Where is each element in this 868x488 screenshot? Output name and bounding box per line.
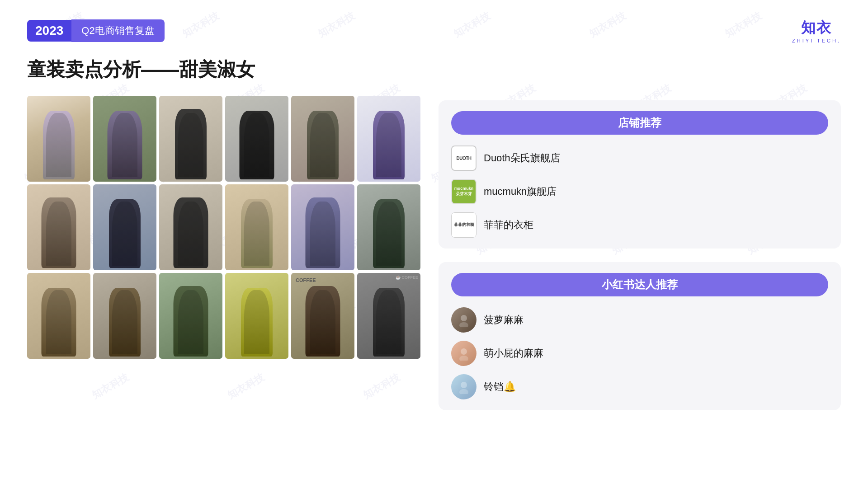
image-grid: COFFEE ☕ COFFEE [27, 96, 420, 410]
grid-cell-12 [357, 184, 420, 270]
store-name-fifi: 菲菲的衣柜 [484, 218, 533, 232]
grid-cell-1 [27, 96, 90, 182]
store-logo-fifi: 菲菲的衣橱 [451, 212, 476, 238]
store-name-mucmukn: mucmukn旗舰店 [484, 185, 557, 198]
grid-cell-18: ☕ COFFEE [357, 273, 420, 359]
grid-cell-10 [225, 184, 288, 270]
grid-cell-13 [27, 273, 90, 359]
grid-cell-4 [225, 96, 288, 182]
svg-point-2 [461, 348, 467, 355]
quarter-badge: Q2电商销售复盘 [71, 19, 164, 42]
influencer-item-1: 菠萝麻麻 [451, 307, 828, 333]
grid-cell-3 [159, 96, 222, 182]
right-panel: 店铺推荐 DUOTH Duoth朵氏旗舰店 mucmukn朵芽木芽 mucmuk… [439, 96, 841, 410]
logo-text: 知衣 [801, 18, 832, 38]
store-list: DUOTH Duoth朵氏旗舰店 mucmukn朵芽木芽 mucmukn旗舰店 … [451, 145, 828, 238]
main-content: COFFEE ☕ COFFEE 店铺推荐 DUOTH Duoth朵氏旗舰店 [27, 96, 841, 410]
grid-cell-15 [159, 273, 222, 359]
store-recommendations-card: 店铺推荐 DUOTH Duoth朵氏旗舰店 mucmukn朵芽木芽 mucmuk… [439, 100, 841, 249]
grid-cell-16 [225, 273, 288, 359]
grid-cell-14 [93, 273, 156, 359]
store-name-duoth: Duoth朵氏旗舰店 [484, 151, 560, 165]
logo-area: 知衣 ZHIYI TECH. [792, 18, 841, 43]
logo-sub: ZHIYI TECH. [792, 38, 841, 43]
page-title: 童装卖点分析——甜美淑女 [27, 57, 841, 82]
avatar-1 [451, 307, 476, 333]
avatar-2 [451, 341, 476, 366]
grid-cell-8 [93, 184, 156, 270]
influencer-name-1: 菠萝麻麻 [484, 313, 524, 327]
store-logo-duoth: DUOTH [451, 145, 476, 171]
influencer-item-3: 铃铛🔔 [451, 374, 828, 399]
store-item-mucmukn: mucmukn朵芽木芽 mucmukn旗舰店 [451, 179, 828, 204]
avatar-3 [451, 374, 476, 399]
influencer-name-3: 铃铛🔔 [484, 380, 516, 394]
svg-point-3 [459, 356, 468, 361]
grid-cell-2 [93, 96, 156, 182]
grid-cell-7 [27, 184, 90, 270]
year-badge: 2023 [27, 20, 71, 42]
grid-cell-17: COFFEE [291, 273, 354, 359]
page-container: 2023 Q2电商销售复盘 知衣 ZHIYI TECH. 童装卖点分析——甜美淑… [0, 0, 868, 488]
svg-point-0 [461, 315, 467, 321]
influencer-name-2: 萌小屁的麻麻 [484, 347, 543, 360]
influencer-item-2: 萌小屁的麻麻 [451, 341, 828, 366]
influencer-section-title: 小红书达人推荐 [451, 273, 828, 296]
grid-cell-11 [291, 184, 354, 270]
svg-point-1 [459, 322, 468, 327]
store-item-fifi: 菲菲的衣橱 菲菲的衣柜 [451, 212, 828, 238]
svg-point-5 [459, 389, 468, 394]
grid-cell-5 [291, 96, 354, 182]
store-section-title: 店铺推荐 [451, 111, 828, 135]
svg-point-4 [461, 382, 467, 388]
store-item-duoth: DUOTH Duoth朵氏旗舰店 [451, 145, 828, 171]
header-left: 2023 Q2电商销售复盘 [27, 19, 165, 42]
grid-cell-9 [159, 184, 222, 270]
grid-cell-6 [357, 96, 420, 182]
influencer-list: 菠萝麻麻 萌小屁的麻麻 铃铛🔔 [451, 307, 828, 399]
header: 2023 Q2电商销售复盘 知衣 ZHIYI TECH. [27, 18, 841, 43]
store-logo-mucmukn: mucmukn朵芽木芽 [451, 179, 476, 204]
influencer-recommendations-card: 小红书达人推荐 菠萝麻麻 萌小屁的麻麻 [439, 262, 841, 410]
